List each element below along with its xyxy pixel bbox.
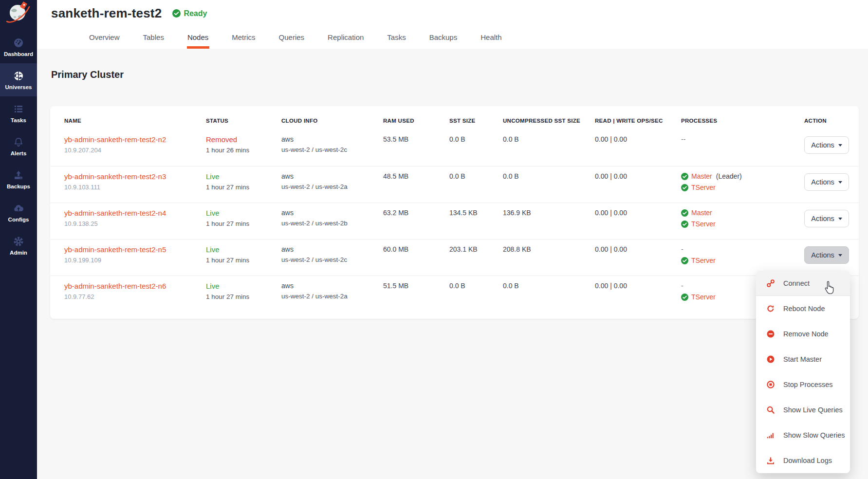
check-circle-icon [681, 294, 688, 301]
yugabyte-logo[interactable] [0, 0, 37, 28]
sst-size: 0.0 B [449, 135, 503, 166]
process-tserver-link[interactable]: TServer [691, 293, 716, 301]
process-tserver-link[interactable]: TServer [691, 184, 716, 191]
actions-button[interactable]: Actions [804, 173, 849, 191]
task-list-icon [13, 103, 24, 115]
sidebar: Dashboard Universes Tasks Alerts Backup [0, 0, 37, 479]
tab-replication[interactable]: Replication [327, 33, 365, 49]
caret-down-icon [838, 181, 842, 184]
link-icon [766, 279, 775, 288]
caret-down-icon [838, 144, 842, 147]
download-icon [766, 456, 775, 465]
node-name-link[interactable]: yb-admin-sanketh-rem-test2-n2 [64, 135, 206, 144]
col-read-write-ops: READ | WRITE OPS/SEC [595, 118, 681, 124]
tab-tasks[interactable]: Tasks [386, 33, 406, 49]
process-tserver-link[interactable]: TServer [691, 257, 716, 264]
cloud-region: us-west-2 / us-west-2a [281, 293, 383, 300]
actions-button-label: Actions [811, 215, 834, 222]
sidebar-item-label: Tasks [11, 117, 26, 123]
sst-size: 134.5 KB [449, 209, 503, 239]
col-uncompressed-sst-size: UNCOMPRESSED SST SIZE [503, 118, 595, 124]
uncompressed-sst-size: 208.8 KB [503, 245, 595, 276]
search-icon [766, 405, 775, 414]
ram-used: 48.5 MB [383, 172, 449, 203]
dashboard-gauge-icon [13, 37, 24, 49]
menu-item-reboot-node[interactable]: Reboot Node [756, 296, 850, 321]
menu-item-label: Remove Node [783, 330, 829, 338]
sidebar-item-tasks[interactable]: Tasks [0, 96, 37, 129]
tab-tables[interactable]: Tables [142, 33, 165, 49]
menu-item-connect[interactable]: Connect [756, 271, 850, 296]
actions-dropdown-menu: Connect Reboot Node Remove Node Start Ma… [756, 271, 850, 473]
node-uptime: 1 hour 27 mins [206, 293, 281, 300]
sst-size: 203.1 KB [449, 245, 503, 276]
globe-icon [13, 70, 24, 82]
process-master-link[interactable]: Master [691, 172, 712, 180]
check-circle-icon [681, 257, 688, 264]
cloud-upload-icon [13, 203, 24, 214]
menu-item-download-logs[interactable]: Download Logs [756, 448, 850, 473]
page-title: sanketh-rem-test2 [51, 6, 162, 21]
process-master-link[interactable]: Master [691, 209, 712, 217]
col-status: STATUS [206, 118, 281, 124]
cloud-provider: aws [281, 135, 383, 143]
actions-button[interactable]: Actions [804, 136, 849, 154]
caret-down-icon [838, 254, 842, 257]
node-name-link[interactable]: yb-admin-sanketh-rem-test2-n6 [64, 282, 206, 290]
menu-item-label: Download Logs [783, 457, 832, 464]
menu-item-remove-node[interactable]: Remove Node [756, 321, 850, 347]
cloud-provider: aws [281, 172, 383, 180]
sidebar-item-backups[interactable]: Backups [0, 163, 37, 196]
tab-backups[interactable]: Backups [428, 33, 459, 49]
uncompressed-sst-size: 0.0 B [503, 282, 595, 312]
gear-icon [13, 236, 24, 247]
node-uptime: 1 hour 27 mins [206, 220, 281, 227]
actions-button-label: Actions [811, 141, 834, 149]
cloud-region: us-west-2 / us-west-2a [281, 183, 383, 190]
cloud-provider: aws [281, 245, 383, 253]
cloud-region: us-west-2 / us-west-2b [281, 220, 383, 227]
menu-item-label: Stop Processes [783, 381, 833, 388]
ram-used: 63.2 MB [383, 209, 449, 239]
tab-queries[interactable]: Queries [278, 33, 306, 49]
sidebar-item-alerts[interactable]: Alerts [0, 129, 37, 163]
tab-overview[interactable]: Overview [88, 33, 121, 49]
col-name: NAME [64, 118, 206, 124]
node-status: Live [206, 282, 281, 290]
tab-health[interactable]: Health [480, 33, 502, 49]
ram-used: 51.5 MB [383, 282, 449, 312]
menu-item-stop-processes[interactable]: Stop Processes [756, 372, 850, 397]
menu-item-show-live-queries[interactable]: Show Live Queries [756, 397, 850, 423]
minus-circle-icon [766, 330, 775, 338]
node-name-link[interactable]: yb-admin-sanketh-rem-test2-n3 [64, 172, 206, 181]
node-ip: 10.9.207.204 [64, 147, 206, 154]
sidebar-item-admin[interactable]: Admin [0, 229, 37, 262]
tab-metrics[interactable]: Metrics [231, 33, 256, 49]
table-row: yb-admin-sanketh-rem-test2-n4 10.9.138.2… [50, 203, 859, 239]
process-leader-suffix: (Leader) [716, 172, 742, 180]
node-status: Removed [206, 135, 281, 144]
actions-button-open[interactable]: Actions [804, 246, 849, 264]
check-circle-icon [681, 184, 688, 191]
sidebar-item-dashboard[interactable]: Dashboard [0, 30, 37, 63]
uncompressed-sst-size: 136.9 KB [503, 209, 595, 239]
tab-nodes[interactable]: Nodes [186, 33, 209, 49]
nodes-table-card: NAME STATUS CLOUD INFO RAM USED SST SIZE… [50, 106, 859, 319]
sidebar-item-label: Configs [8, 217, 29, 222]
cloud-region: us-west-2 / us-west-2c [281, 256, 383, 263]
node-name-link[interactable]: yb-admin-sanketh-rem-test2-n4 [64, 209, 206, 217]
node-name-link[interactable]: yb-admin-sanketh-rem-test2-n5 [64, 245, 206, 254]
node-ip: 10.9.138.25 [64, 220, 206, 227]
menu-item-show-slow-queries[interactable]: Show Slow Queries [756, 423, 850, 448]
table-row: yb-admin-sanketh-rem-test2-n5 10.9.199.1… [50, 239, 859, 276]
actions-button[interactable]: Actions [804, 210, 849, 227]
sidebar-item-universes[interactable]: Universes [0, 63, 37, 96]
actions-button-label: Actions [811, 178, 834, 186]
sidebar-item-configs[interactable]: Configs [0, 196, 37, 229]
menu-item-start-master[interactable]: Start Master [756, 347, 850, 372]
process-tserver-link[interactable]: TServer [691, 220, 716, 228]
node-status: Live [206, 172, 281, 181]
universe-header: sanketh-rem-test2 Ready Overview Tables … [37, 0, 868, 49]
check-circle-icon [681, 221, 688, 228]
status-badge-label: Ready [184, 9, 207, 18]
